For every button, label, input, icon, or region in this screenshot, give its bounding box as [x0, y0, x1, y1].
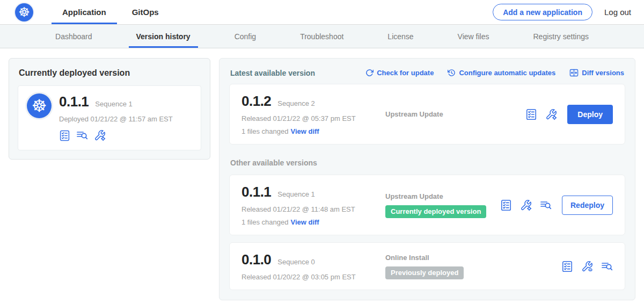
- deployed-sequence: Sequence 1: [95, 100, 132, 108]
- edit-config-wrench-icon[interactable]: [94, 129, 106, 141]
- view-config-wrench-icon[interactable]: [581, 261, 593, 272]
- view-logs-icon[interactable]: [601, 261, 613, 272]
- latest-available-title: Latest available version: [230, 69, 315, 77]
- version-history-page: Currently deployed version ☸ 0.1.1 Seque…: [0, 48, 644, 303]
- diff-icon: [569, 68, 579, 77]
- view-logs-icon[interactable]: [76, 129, 88, 141]
- subtab-view-files[interactable]: View files: [450, 25, 497, 48]
- edit-config-wrench-icon[interactable]: [520, 199, 532, 211]
- version-number: 0.1.1: [241, 184, 271, 200]
- deployed-version-number: 0.1.1: [59, 93, 89, 110]
- version-sequence: Sequence 0: [277, 258, 314, 266]
- tab-gitops[interactable]: GitOps: [121, 0, 170, 24]
- version-card-0-1-1: 0.1.1 Sequence 1 Released 01/21/22 @ 11:…: [229, 175, 625, 235]
- diff-versions-label: Diff versions: [582, 69, 624, 77]
- subtab-license[interactable]: License: [380, 25, 421, 48]
- currently-deployed-title: Currently deployed version: [19, 68, 201, 78]
- kubernetes-logo-icon: ☸: [15, 3, 33, 21]
- deployed-version-card: ☸ 0.1.1 Sequence 1 Deployed 01/21/22 @ 1…: [18, 85, 201, 150]
- available-versions-panel: Latest available version Check for updat…: [219, 58, 635, 300]
- view-diff-link[interactable]: View diff: [290, 127, 319, 135]
- version-number: 0.1.0: [241, 251, 271, 268]
- released-timestamp: Released 01/21/22 @ 05:37 pm EST: [241, 114, 385, 122]
- deployed-timestamp: Deployed 01/21/22 @ 11:57 am EST: [59, 115, 173, 123]
- redeploy-button[interactable]: Redeploy: [562, 196, 613, 215]
- diff-versions-link[interactable]: Diff versions: [569, 68, 624, 77]
- preflight-checklist-icon[interactable]: [561, 261, 573, 272]
- check-for-update-label: Check for update: [377, 69, 434, 77]
- top-bar: ☸ Application GitOps Add a new applicati…: [0, 0, 644, 25]
- view-diff-link[interactable]: View diff: [290, 218, 319, 226]
- deploy-button[interactable]: Deploy: [567, 105, 613, 124]
- refresh-icon: [365, 69, 374, 77]
- previously-deployed-badge: Previously deployed: [385, 266, 464, 279]
- tab-gitops-label: GitOps: [132, 8, 159, 17]
- tab-application-label: Application: [62, 8, 106, 17]
- app-logo: ☸: [15, 0, 33, 24]
- version-source-label: Upstream Update: [385, 110, 515, 118]
- logout-link[interactable]: Log out: [604, 8, 631, 17]
- released-timestamp: Released 01/20/22 @ 03:05 pm EST: [241, 273, 385, 281]
- version-source-label: Online Install: [385, 254, 551, 262]
- version-number: 0.1.2: [241, 93, 271, 110]
- top-nav: Application GitOps: [52, 0, 170, 24]
- currently-deployed-panel: Currently deployed version ☸ 0.1.1 Seque…: [9, 58, 210, 160]
- subtab-registry-settings[interactable]: Registry settings: [526, 25, 596, 48]
- subtab-dashboard[interactable]: Dashboard: [48, 25, 100, 48]
- preflight-checklist-icon[interactable]: [525, 109, 537, 120]
- version-card-0-1-0: 0.1.0 Sequence 0 Released 01/20/22 @ 03:…: [229, 242, 625, 290]
- preflight-checklist-icon[interactable]: [59, 130, 70, 141]
- version-source-label: Upstream Update: [385, 192, 489, 200]
- version-sequence: Sequence 1: [277, 190, 314, 198]
- subtab-config[interactable]: Config: [227, 25, 264, 48]
- subtab-version-history[interactable]: Version history: [129, 25, 198, 48]
- view-logs-icon[interactable]: [540, 199, 552, 211]
- tab-application[interactable]: Application: [52, 0, 117, 24]
- edit-config-wrench-icon[interactable]: [545, 109, 557, 120]
- app-sub-nav: Dashboard Version history Config Trouble…: [0, 25, 644, 48]
- preflight-checklist-icon[interactable]: [500, 199, 512, 211]
- check-for-update-link[interactable]: Check for update: [365, 69, 434, 77]
- files-changed-label: 1 files changed: [241, 218, 288, 226]
- released-timestamp: Released 01/21/22 @ 11:48 am EST: [241, 205, 385, 213]
- subtab-troubleshoot[interactable]: Troubleshoot: [292, 25, 351, 48]
- add-application-button[interactable]: Add a new application: [493, 4, 592, 20]
- files-changed-label: 1 files changed: [241, 127, 288, 135]
- version-sequence: Sequence 2: [277, 99, 314, 107]
- configure-automatic-updates-label: Configure automatic updates: [459, 69, 555, 77]
- currently-deployed-badge: Currently deployed version: [385, 205, 486, 218]
- other-available-versions-title: Other available versions: [230, 158, 624, 167]
- app-icon: ☸: [27, 93, 52, 118]
- update-schedule-icon: [448, 69, 456, 77]
- version-card-0-1-2: 0.1.2 Sequence 2 Released 01/21/22 @ 05:…: [229, 84, 625, 145]
- configure-automatic-updates-link[interactable]: Configure automatic updates: [448, 69, 555, 77]
